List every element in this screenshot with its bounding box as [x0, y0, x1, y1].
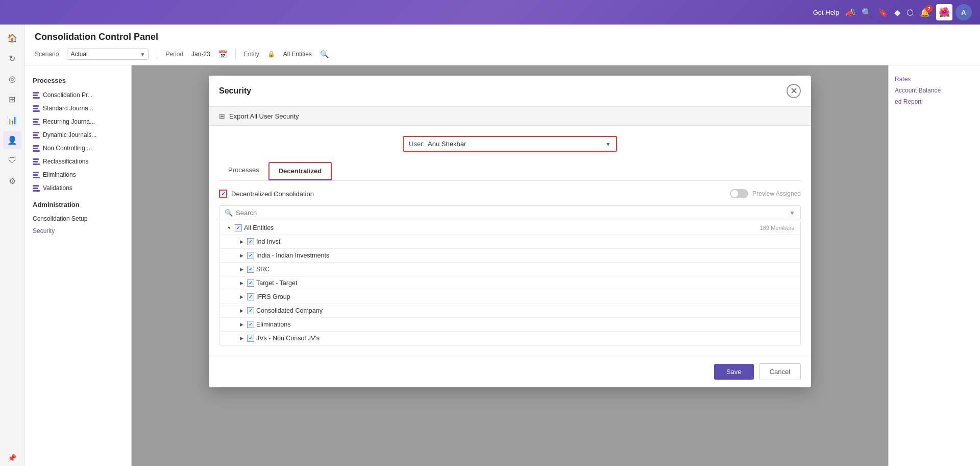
sidebar-item-dynamic-journals[interactable]: Dynamic Journals... — [24, 128, 131, 142]
consolidated-expand-icon[interactable]: ▶ — [238, 307, 245, 314]
india-investments-checkbox[interactable] — [247, 252, 254, 259]
dialog-title: Security — [219, 86, 251, 96]
ind-invst-expand-icon[interactable]: ▶ — [238, 238, 245, 245]
sidebar-shield-icon[interactable]: 🛡 — [3, 151, 21, 170]
sidebar-target-icon[interactable]: ◎ — [3, 69, 21, 88]
sidebar-pin-icon[interactable]: 📌 — [8, 454, 16, 466]
tab-decentralized[interactable]: Decentralized — [268, 162, 332, 180]
ifrs-expand-icon[interactable]: ▶ — [238, 293, 245, 300]
target-checkbox[interactable] — [247, 279, 254, 287]
india-investments-expand-icon[interactable]: ▶ — [238, 252, 245, 259]
all-entities-expand-icon[interactable]: ▼ — [226, 224, 233, 231]
right-panel-account-balance[interactable]: Account Balance — [895, 85, 974, 96]
save-button[interactable]: Save — [714, 364, 754, 380]
calendar-icon[interactable]: 📅 — [218, 50, 227, 58]
search-dropdown-arrow[interactable]: ▼ — [789, 209, 795, 217]
user-value: Anu Shekhar — [428, 140, 602, 148]
search-icon[interactable]: 🔍 — [862, 8, 872, 17]
all-entities-label: All Entities — [244, 224, 758, 231]
user-dropdown-container: User: Anu Shekhar ▼ — [219, 136, 801, 152]
app-logo: 🌺 — [936, 4, 952, 20]
toolbar-separator-2 — [235, 49, 236, 59]
jvs-checkbox[interactable] — [247, 335, 254, 342]
sidebar-item-recurring-journal[interactable]: Recurring Journa... — [24, 115, 131, 128]
notification-badge: 7 — [925, 5, 933, 12]
consolidated-checkbox[interactable] — [247, 307, 254, 314]
export-all-user-security-link[interactable]: Export All User Security — [229, 112, 299, 120]
bars-icon-4 — [33, 132, 40, 138]
india-investments-label: India - Indian Investments — [256, 252, 794, 259]
megaphone-icon[interactable]: 📣 — [845, 8, 855, 17]
tree-item-src[interactable]: ▶ SRC — [219, 263, 800, 276]
tree-item-jvs[interactable]: ▶ JVs - Non Consol JV's — [219, 332, 800, 345]
sidebar-refresh-icon[interactable]: ↻ — [3, 49, 21, 67]
user-avatar: A — [955, 4, 972, 20]
dialog-tabs: Processes Decentralized — [219, 162, 801, 181]
cube-icon[interactable]: ⬡ — [906, 8, 914, 17]
sidebar-item-eliminations[interactable]: Eliminations — [24, 168, 131, 181]
ifrs-label: IFRS Group — [256, 293, 794, 300]
tree-item-india-investments[interactable]: ▶ India - Indian Investments — [219, 249, 800, 263]
right-panel-rates[interactable]: Rates — [895, 74, 974, 85]
src-checkbox[interactable] — [247, 266, 254, 273]
sidebar-security[interactable]: Security — [24, 225, 131, 237]
tree-item-target[interactable]: ▶ Target - Target — [219, 276, 800, 290]
sidebar-person-icon[interactable]: 👤 — [3, 131, 21, 149]
entity-tree-list: ▼ All Entities 189 Members ▶ Ind Invst — [219, 221, 801, 345]
decentral-left: Decentralized Consolidation — [219, 190, 314, 198]
sidebar-settings-icon[interactable]: ⚙ — [3, 172, 21, 190]
dialog-body: User: Anu Shekhar ▼ Processes Decentrali… — [209, 126, 811, 356]
tree-item-consolidated-company[interactable]: ▶ Consolidated Company — [219, 304, 800, 318]
sidebar-item-reclassifications[interactable]: Reclassifications — [24, 155, 131, 168]
jvs-label: JVs - Non Consol JV's — [256, 335, 794, 342]
page-area: Security ✕ ⊞ Export All User Security — [132, 65, 888, 466]
sidebar-grid-icon[interactable]: ⊞ — [3, 90, 21, 108]
eliminations-checkbox[interactable] — [247, 321, 254, 328]
dialog-footer: Save Cancel — [209, 356, 811, 387]
sidebar-chart-icon[interactable]: 📊 — [3, 110, 21, 129]
src-expand-icon[interactable]: ▶ — [238, 266, 245, 273]
bookmark-icon[interactable]: 🔖 — [878, 8, 888, 17]
tree-item-ifrs-group[interactable]: ▶ IFRS Group — [219, 290, 800, 304]
tree-item-ind-invst[interactable]: ▶ Ind Invst — [219, 235, 800, 249]
tree-item-eliminations[interactable]: ▶ Eliminations — [219, 318, 800, 332]
tab-processes[interactable]: Processes — [219, 162, 268, 180]
right-panel-report[interactable]: ed Report — [895, 96, 974, 107]
toolbar-separator-1 — [157, 49, 157, 59]
target-expand-icon[interactable]: ▶ — [238, 279, 245, 287]
entity-search-box[interactable]: 🔍 ▼ — [219, 205, 801, 220]
dialog-close-button[interactable]: ✕ — [787, 84, 801, 98]
get-help-link[interactable]: Get Help — [813, 9, 839, 16]
sidebar-item-non-controlling[interactable]: Non Controlling ... — [24, 142, 131, 155]
lock-icon: 🔒 — [267, 51, 275, 58]
entity-search-icon[interactable]: 🔍 — [320, 50, 329, 58]
user-dropdown[interactable]: User: Anu Shekhar ▼ — [403, 136, 617, 152]
diamond-icon[interactable]: ◆ — [894, 8, 900, 17]
tree-item-all-entities[interactable]: ▼ All Entities 189 Members — [219, 221, 800, 235]
jvs-expand-icon[interactable]: ▶ — [238, 335, 245, 342]
decentralized-checkbox[interactable] — [219, 190, 227, 198]
preview-assigned-toggle[interactable] — [730, 189, 748, 198]
eliminations-expand-icon[interactable]: ▶ — [238, 321, 245, 328]
ifrs-checkbox[interactable] — [247, 293, 254, 300]
sidebar-item-consolidation-pr[interactable]: Consolidation Pr... — [24, 88, 131, 102]
scenario-dropdown[interactable]: Actual ▼ — [67, 49, 149, 60]
security-dialog: Security ✕ ⊞ Export All User Security — [209, 76, 811, 387]
sidebar-item-validations[interactable]: Validations — [24, 181, 131, 195]
sidebar-item-standard-journal[interactable]: Standard Journa... — [24, 102, 131, 115]
cancel-button[interactable]: Cancel — [759, 363, 801, 380]
sidebar-consolidation-setup[interactable]: Consolidation Setup — [24, 213, 131, 225]
notifications-bell[interactable]: 🔔 7 — [920, 8, 930, 17]
search-icon-dialog: 🔍 — [225, 209, 233, 217]
search-input[interactable] — [236, 209, 786, 217]
eliminations-label: Eliminations — [256, 321, 794, 328]
user-profile-container[interactable]: 🌺 A — [936, 4, 972, 20]
all-entities-checkbox[interactable] — [235, 224, 242, 231]
content-body: Processes Consolidation Pr... Standard J… — [24, 65, 980, 466]
user-dropdown-arrow-icon: ▼ — [605, 141, 611, 147]
ind-invst-checkbox[interactable] — [247, 238, 254, 245]
admin-section-title: Administration — [24, 195, 131, 213]
toolbar: Scenario Actual ▼ Period Jan-23 📅 Entity… — [35, 49, 970, 65]
all-entities-count: 189 Members — [760, 225, 794, 231]
sidebar-home-icon[interactable]: 🏠 — [3, 29, 21, 47]
